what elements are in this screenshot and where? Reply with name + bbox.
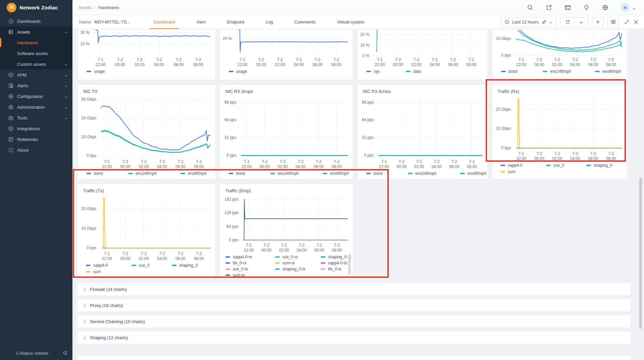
sidebar-item-administration[interactable]: Administration bbox=[0, 102, 72, 112]
add-chart-button[interactable] bbox=[592, 17, 603, 27]
pin-icon[interactable] bbox=[541, 19, 546, 24]
page-scrollbar-thumb[interactable] bbox=[639, 178, 642, 329]
svg-text:04:00: 04:00 bbox=[430, 62, 440, 67]
legend-item[interactable]: tfe_0-rx bbox=[225, 261, 264, 265]
terminal-icon[interactable] bbox=[565, 4, 571, 11]
sidebar-item-alerts[interactable]: Alerts bbox=[0, 80, 72, 91]
tab-comments[interactable]: Comments bbox=[284, 15, 326, 29]
sidebar-item-tools[interactable]: Tools bbox=[0, 112, 72, 123]
chart-plot[interactable]: 7-122:007-200:007-202:007-204:007-206:00… bbox=[78, 194, 215, 262]
external-link-icon[interactable] bbox=[546, 4, 552, 11]
sidebar-item-about[interactable]: About bbox=[0, 145, 72, 155]
asset-name[interactable]: Name: MDY-MYTEL-TS... bbox=[79, 19, 130, 24]
chart-plot[interactable]: 7-122:007-200:007-202:007-204:007-206:00… bbox=[78, 30, 215, 68]
legend-item[interactable]: shaping_0 bbox=[586, 163, 625, 168]
chart-plot[interactable]: 7-122:007-200:007-202:007-204:007-206:00… bbox=[492, 30, 627, 68]
tab-dashboard[interactable]: Dashboard bbox=[143, 15, 186, 29]
legend-item[interactable]: shaping_0-tx bbox=[275, 267, 309, 271]
sidebar-item-custom-assets[interactable]: Custom assets bbox=[0, 59, 72, 69]
sidebar-item-assets[interactable]: Assets bbox=[0, 27, 72, 37]
legend-item[interactable]: usage bbox=[229, 69, 257, 74]
sidebar-item-hardwares[interactable]: Hardwares bbox=[0, 37, 72, 48]
legend-item[interactable]: sum-tx bbox=[225, 273, 264, 277]
avatar[interactable]: A bbox=[621, 3, 630, 12]
time-range-picker[interactable]: Last 12 hours bbox=[501, 17, 556, 27]
legend-item[interactable]: ens24f0np0 bbox=[543, 69, 584, 74]
section-service-chaining[interactable]: Service Chaining (15 charts) bbox=[77, 315, 631, 327]
sidebar-item-apm[interactable]: APM bbox=[0, 69, 72, 80]
chart-plot[interactable]: 7-122:007-200:007-202:007-204:007-206:00… bbox=[78, 95, 215, 170]
legend-item[interactable]: sapp4-0 bbox=[86, 263, 120, 268]
user-menu[interactable]: A bbox=[621, 3, 636, 12]
legend-label: sapp4-0 bbox=[93, 263, 108, 268]
tab-endpoint[interactable]: Endpoint bbox=[216, 15, 255, 29]
close-icon[interactable] bbox=[633, 19, 639, 25]
chart-plot[interactable]: 7-122:007-200:007-202:007-204:007-206:00… bbox=[220, 30, 353, 68]
refresh-button[interactable] bbox=[561, 17, 574, 27]
legend-scrollbar-thumb[interactable] bbox=[348, 254, 351, 275]
legend-item[interactable]: sce_0-tx bbox=[225, 267, 264, 271]
svg-text:06:00: 06:00 bbox=[588, 62, 598, 67]
legend-label: sce_0 bbox=[553, 163, 564, 168]
svg-text:64 pps: 64 pps bbox=[362, 117, 374, 122]
chart-plot[interactable]: 7-122:007-200:007-202:007-204:007-206:00… bbox=[492, 95, 627, 162]
legend-item[interactable]: sce_0-rx bbox=[275, 255, 309, 259]
sidebar-item-configuration[interactable]: Configuration bbox=[0, 91, 72, 102]
legend-item[interactable]: sce_0 bbox=[546, 163, 575, 168]
chart-plot[interactable]: 7-122:007-200:007-202:007-204:007-206:00… bbox=[358, 95, 488, 170]
tab-alert[interactable]: Alert bbox=[186, 15, 216, 29]
chart-plot[interactable]: 7-122:007-200:007-202:007-204:007-206:00… bbox=[220, 194, 353, 253]
legend-item[interactable]: ens24f0np0 bbox=[408, 171, 449, 176]
legend-item[interactable]: ens6f0np0 bbox=[460, 171, 488, 176]
chart-plot[interactable]: 7-122:007-200:007-202:007-204:007-206:00… bbox=[358, 30, 488, 68]
svg-text:06:00: 06:00 bbox=[588, 156, 598, 161]
svg-text:02:00: 02:00 bbox=[139, 164, 149, 169]
search-icon[interactable] bbox=[527, 4, 533, 11]
lightbulb-icon[interactable] bbox=[583, 4, 590, 11]
section-shaping[interactable]: Shaping (12 charts) bbox=[77, 331, 631, 344]
legend-item[interactable]: bond bbox=[87, 171, 117, 176]
chart-plot[interactable]: 7-122:007-200:007-202:007-204:007-206:00… bbox=[220, 95, 353, 170]
legend-item[interactable]: ens6f0np0 bbox=[180, 171, 216, 176]
svg-text:02:00: 02:00 bbox=[411, 62, 421, 67]
legend-item[interactable]: sum bbox=[500, 169, 535, 174]
sidebar-item-notebooks[interactable]: Notebooks bbox=[0, 134, 72, 145]
legend-item[interactable]: ens6f0np0 bbox=[595, 69, 628, 74]
legend-item[interactable]: data bbox=[406, 69, 434, 74]
legend-item[interactable]: sapp4-0 bbox=[500, 163, 535, 168]
legend-item[interactable]: sum bbox=[86, 269, 120, 274]
svg-text:7-2: 7-2 bbox=[137, 57, 143, 62]
legend-item[interactable]: sum-rx bbox=[275, 261, 309, 265]
svg-text:08:00: 08:00 bbox=[467, 164, 477, 169]
legend-item[interactable]: sys bbox=[366, 69, 394, 74]
legend-item[interactable]: shaping_0 bbox=[172, 263, 210, 268]
tab-log[interactable]: Log bbox=[255, 15, 284, 29]
section-firewall[interactable]: Firewall (24 charts) bbox=[77, 283, 631, 295]
legend-item[interactable]: sce_0 bbox=[131, 263, 160, 268]
legend-item[interactable]: ens24f0np0 bbox=[128, 171, 169, 176]
legend-swatch bbox=[225, 274, 230, 276]
sidebar-item-software-assets[interactable]: Software assets bbox=[0, 48, 72, 59]
legend-item[interactable]: ens24f0np0 bbox=[270, 171, 311, 176]
section-proxy[interactable]: Proxy (18 charts) bbox=[77, 299, 631, 311]
app-logo[interactable]: N Network Zodiac bbox=[0, 1, 72, 14]
collapse-sidebar-button[interactable]: Collapse sidebar bbox=[0, 346, 72, 360]
breadcrumb-assets[interactable]: Assets bbox=[78, 5, 92, 10]
legend-item[interactable]: usage bbox=[87, 69, 105, 74]
layout-grid-button[interactable] bbox=[607, 17, 619, 27]
legend-item[interactable]: bond bbox=[229, 171, 259, 176]
legend-item[interactable]: bond bbox=[501, 69, 531, 74]
asset-name-value[interactable]: MDY-MYTEL-TS... bbox=[94, 19, 130, 24]
legend-item[interactable]: sapp4-0-rx bbox=[225, 255, 264, 259]
sidebar-item-dashboards[interactable]: Dashboards bbox=[0, 16, 72, 27]
globe-icon[interactable] bbox=[602, 4, 608, 11]
legend-swatch bbox=[229, 71, 233, 72]
legend-item[interactable]: bond bbox=[366, 171, 396, 176]
legend-item[interactable]: ens6f0np0 bbox=[323, 171, 353, 176]
chevron-right-icon bbox=[83, 288, 87, 291]
svg-text:22:00: 22:00 bbox=[375, 62, 385, 67]
sidebar-item-integrations[interactable]: Integrations bbox=[0, 123, 72, 134]
exit-fullscreen-icon[interactable] bbox=[624, 19, 629, 24]
refresh-options-button[interactable] bbox=[574, 17, 588, 27]
tab-virtual-system[interactable]: Virtual system bbox=[326, 15, 375, 29]
